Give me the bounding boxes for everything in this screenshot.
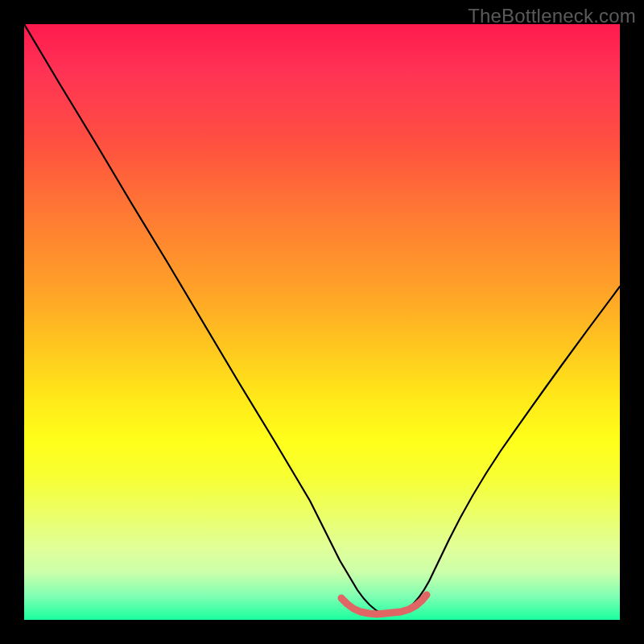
chart-container: TheBottleneck.com (0, 0, 644, 644)
watermark-text: TheBottleneck.com (468, 5, 636, 27)
curve-layer (24, 24, 620, 620)
plot-area (24, 24, 620, 620)
bottleneck-curve (24, 24, 620, 614)
